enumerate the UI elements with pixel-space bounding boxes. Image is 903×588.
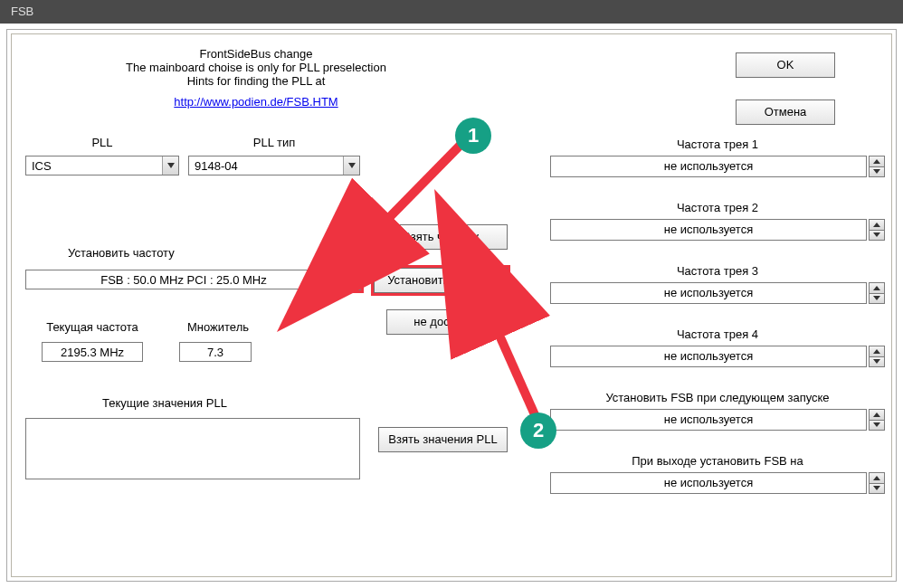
chevron-down-icon bbox=[348, 163, 356, 168]
svg-marker-3 bbox=[349, 282, 356, 287]
tray1-spin-up[interactable] bbox=[869, 156, 885, 167]
boot-fsb-spinner[interactable] bbox=[869, 409, 885, 431]
svg-marker-6 bbox=[873, 223, 880, 227]
cancel-button[interactable]: Отмена bbox=[736, 100, 835, 125]
set-frequency-button[interactable]: Установить частоту bbox=[374, 268, 508, 293]
tray3-value[interactable]: не используется bbox=[550, 282, 867, 304]
current-frequency-label: Текущая частота bbox=[33, 320, 151, 334]
tray4-spin-up[interactable] bbox=[869, 346, 885, 357]
chevron-down-icon bbox=[873, 359, 880, 364]
not-available-button[interactable]: не доступно bbox=[386, 309, 508, 335]
tray1-spinner[interactable] bbox=[869, 156, 885, 177]
exit-fsb-row: не используется bbox=[550, 472, 885, 494]
svg-marker-5 bbox=[873, 169, 880, 174]
exit-fsb-value[interactable]: не используется bbox=[550, 472, 867, 494]
tray1-value[interactable]: не используется bbox=[550, 156, 867, 177]
tray4-value[interactable]: не используется bbox=[550, 346, 867, 367]
multiplier-label: Множитель bbox=[173, 320, 263, 334]
tray2-spinner[interactable] bbox=[869, 219, 885, 241]
svg-marker-14 bbox=[873, 476, 880, 480]
tray2-label: Частота трея 2 bbox=[550, 201, 885, 214]
current-pll-label: Текущие значения PLL bbox=[102, 396, 227, 410]
exit-fsb-spin-down[interactable] bbox=[869, 484, 885, 495]
fsb-spin-up[interactable] bbox=[345, 269, 361, 280]
tray2-spin-down[interactable] bbox=[869, 231, 885, 242]
current-pll-box bbox=[25, 418, 360, 479]
pll-type-value: 9148-04 bbox=[189, 156, 343, 175]
current-frequency-value: 2195.3 MHz bbox=[42, 342, 143, 362]
boot-fsb-spin-up[interactable] bbox=[869, 409, 885, 421]
outer-frame: FrontSideBus change The mainboard choise… bbox=[6, 29, 897, 582]
chevron-up-icon bbox=[873, 286, 880, 290]
chevron-down-icon bbox=[873, 422, 880, 427]
exit-fsb-label: При выходе установить FSB на bbox=[550, 454, 885, 468]
chevron-up-icon bbox=[873, 223, 880, 227]
boot-fsb-row: не используется bbox=[550, 409, 885, 431]
tray4-label: Частота трея 4 bbox=[550, 327, 885, 341]
chevron-down-icon bbox=[873, 486, 880, 490]
pll-type-label: PLL тип bbox=[188, 136, 360, 149]
tray3-spin-down[interactable] bbox=[869, 294, 885, 305]
boot-fsb-spin-down[interactable] bbox=[869, 421, 885, 432]
boot-fsb-label: Установить FSB при следующем запуске bbox=[550, 391, 885, 404]
svg-marker-1 bbox=[348, 163, 356, 168]
chevron-down-icon bbox=[873, 169, 880, 174]
chevron-up-icon bbox=[349, 272, 356, 277]
tray2-row: не используется bbox=[550, 219, 885, 241]
tray4-row: не используется bbox=[550, 346, 885, 367]
svg-marker-0 bbox=[167, 163, 175, 168]
annotation-callout-2: 2 bbox=[520, 413, 556, 449]
header-line3: Hints for finding the PLL at bbox=[93, 74, 419, 88]
svg-marker-8 bbox=[873, 286, 880, 290]
main-panel: FrontSideBus change The mainboard choise… bbox=[11, 33, 892, 577]
tray1-spin-down[interactable] bbox=[869, 167, 885, 178]
svg-marker-15 bbox=[873, 486, 880, 490]
svg-marker-10 bbox=[873, 349, 880, 354]
fsb-frequency-display: FSB : 50.0 MHz PCI : 25.0 MHz bbox=[25, 270, 342, 289]
pll-type-combobox[interactable]: 9148-04 bbox=[188, 156, 360, 175]
tray2-value[interactable]: не используется bbox=[550, 219, 867, 241]
svg-marker-9 bbox=[873, 296, 880, 300]
svg-marker-11 bbox=[873, 359, 880, 364]
window-title: FSB bbox=[11, 5, 33, 18]
chevron-down-icon bbox=[873, 232, 880, 237]
header-link[interactable]: http://www.podien.de/FSB.HTM bbox=[174, 95, 337, 109]
pll-value: ICS bbox=[26, 156, 162, 175]
chevron-down-icon bbox=[349, 282, 356, 287]
tray4-spin-down[interactable] bbox=[869, 357, 885, 368]
multiplier-value: 7.3 bbox=[179, 342, 252, 362]
fsb-spin-down[interactable] bbox=[345, 280, 361, 291]
take-pll-button[interactable]: Взять значения PLL bbox=[378, 427, 508, 452]
exit-fsb-spinner[interactable] bbox=[869, 472, 885, 494]
set-frequency-label: Установить частоту bbox=[68, 246, 175, 260]
tray3-spinner[interactable] bbox=[869, 282, 885, 304]
take-frequency-button[interactable]: Взять частоту bbox=[374, 224, 508, 250]
tray1-label: Частота трея 1 bbox=[550, 138, 885, 151]
tray4-spinner[interactable] bbox=[869, 346, 885, 367]
boot-fsb-value[interactable]: не используется bbox=[550, 409, 867, 431]
annotation-callout-1: 1 bbox=[455, 118, 491, 154]
svg-marker-12 bbox=[873, 413, 880, 417]
exit-fsb-spin-up[interactable] bbox=[869, 472, 885, 484]
header-line2: The mainboard choise is only for PLL pre… bbox=[93, 61, 419, 74]
chevron-up-icon bbox=[873, 476, 880, 480]
svg-line-17 bbox=[372, 143, 462, 235]
tray3-spin-up[interactable] bbox=[869, 282, 885, 294]
window-titlebar: FSB bbox=[0, 0, 903, 24]
svg-marker-4 bbox=[873, 159, 880, 164]
tray3-label: Частота трея 3 bbox=[550, 264, 885, 278]
chevron-down-icon bbox=[873, 296, 880, 300]
tray3-row: не используется bbox=[550, 282, 885, 304]
svg-marker-7 bbox=[873, 232, 880, 237]
ok-button[interactable]: OK bbox=[736, 52, 835, 78]
chevron-up-icon bbox=[873, 349, 880, 354]
tray2-spin-up[interactable] bbox=[869, 219, 885, 231]
pll-dropdown-button[interactable] bbox=[162, 156, 178, 175]
pll-label: PLL bbox=[25, 136, 179, 149]
svg-marker-13 bbox=[873, 422, 880, 427]
svg-marker-2 bbox=[349, 272, 356, 277]
pll-combobox[interactable]: ICS bbox=[25, 156, 179, 175]
pll-type-dropdown-button[interactable] bbox=[343, 156, 359, 175]
fsb-spinner[interactable] bbox=[345, 269, 361, 290]
chevron-up-icon bbox=[873, 159, 880, 164]
